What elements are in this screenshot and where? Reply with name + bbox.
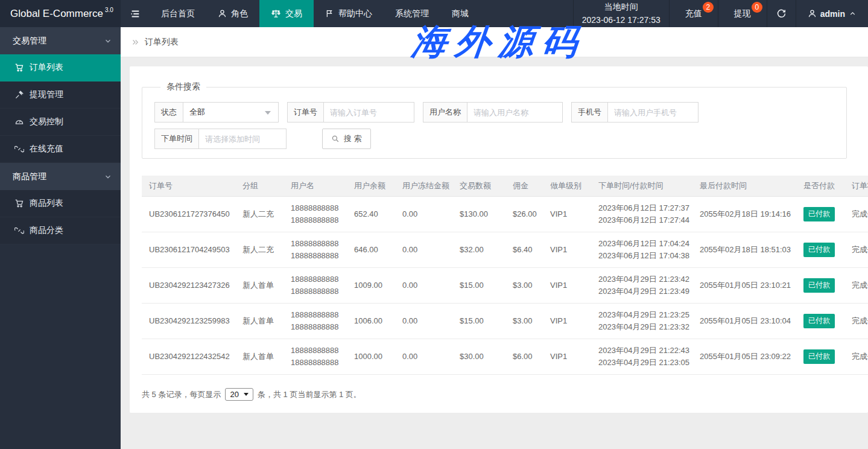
pay-time-line: 2023年04月29日 21:23:49 (598, 285, 685, 298)
cell-commission: $3.00 (505, 304, 543, 339)
order-time-line: 2023年04月29日 21:23:25 (598, 309, 685, 321)
nav-item-dashboard[interactable]: 后台首页 (150, 0, 206, 27)
sidebar-item-product-category[interactable]: 商品分类 (0, 217, 121, 244)
cell-frozen: 0.00 (395, 197, 452, 232)
withdraw-menu[interactable]: 提现 0 (718, 0, 767, 27)
phone-label: 手机号 (571, 102, 608, 123)
sidebar-item-withdraw-management[interactable]: 提现管理 (0, 81, 121, 109)
orders-table-wrap: 订单号 分组 用户名 用户余额 用户冻结金额 交易数额 佣金 做单级别 下单时间… (142, 176, 868, 375)
content: 条件搜索 状态 全部 订单号 用户名称 (121, 57, 868, 449)
nav-item-label: 商城 (452, 8, 469, 19)
topbar: Global E-Commerce3.0 后台首页 角色 交易 帮助中心 系统管… (0, 0, 868, 27)
pagination-prefix: 共 5 条记录，每页显示 (142, 389, 221, 400)
column-header-level: 做单级别 (543, 176, 591, 197)
sidebar: 交易管理 订单列表 提现管理 交易控制 在线充值 商品管理 (0, 27, 121, 449)
nav-item-roles[interactable]: 角色 (206, 0, 259, 27)
cell-last-pay-time: 2055年01月05日 23:10:21 (692, 268, 796, 304)
nav-item-label: 角色 (231, 8, 248, 19)
cell-last-pay-time: 2055年02月18日 19:14:16 (692, 197, 796, 232)
order-time-input[interactable] (199, 129, 287, 149)
nav-item-label: 后台首页 (161, 8, 195, 19)
cell-username: 18888888888 18888888888 (284, 197, 347, 232)
scales-icon (271, 8, 281, 19)
cell-username: 18888888888 18888888888 (284, 232, 347, 268)
sidebar-group-product-management[interactable]: 商品管理 (0, 163, 121, 190)
username-line2: 18888888888 (291, 285, 340, 298)
sidebar-item-label: 在线充值 (30, 144, 63, 154)
cart-icon (14, 199, 24, 208)
recharge-menu[interactable]: 充值 2 (669, 0, 718, 27)
column-header-commission: 佣金 (505, 176, 543, 197)
sidebar-item-label: 订单列表 (30, 62, 63, 73)
sidebar-group-label: 商品管理 (13, 171, 46, 182)
app-logo: Global E-Commerce3.0 (0, 0, 121, 27)
cell-trade-amount: $15.00 (452, 268, 505, 304)
phone-filter: 手机号 (571, 102, 699, 123)
table-row[interactable]: UB2304292123427326 新人首单 18888888888 1888… (142, 268, 868, 304)
table-header-row: 订单号 分组 用户名 用户余额 用户冻结金额 交易数额 佣金 做单级别 下单时间… (142, 176, 868, 197)
sidebar-item-label: 商品分类 (30, 225, 63, 236)
nav-item-trade[interactable]: 交易 (259, 0, 314, 27)
search-legend: 条件搜索 (160, 81, 206, 92)
cell-order-no: UB2304292123427326 (142, 268, 235, 304)
sidebar-group-trade-management[interactable]: 交易管理 (0, 27, 121, 54)
cell-paid: 已付款 (796, 268, 844, 304)
logo-text: Global E-Commerce (10, 8, 103, 20)
pay-time-line: 2023年04月29日 21:23:32 (598, 321, 685, 333)
cell-frozen: 0.00 (395, 304, 452, 339)
refresh-button[interactable] (767, 0, 796, 27)
order-time-line: 2023年04月29日 21:23:42 (598, 273, 685, 285)
nav-item-mall[interactable]: 商城 (440, 0, 480, 27)
nav-item-label: 系统管理 (395, 8, 429, 19)
cell-trade-amount: $30.00 (452, 339, 505, 375)
cell-frozen: 0.00 (395, 232, 452, 268)
cell-last-pay-time: 2055年02月18日 18:51:03 (692, 232, 796, 268)
cell-group: 新人二充 (235, 232, 284, 268)
double-chevron-right-icon (131, 38, 139, 46)
withdraw-label: 提现 (734, 8, 751, 19)
sidebar-item-label: 商品列表 (30, 198, 63, 209)
cell-order-no: UB2304292123259983 (142, 304, 235, 339)
column-header-paid: 是否付款 (796, 176, 844, 197)
nav-item-system[interactable]: 系统管理 (384, 0, 440, 27)
sidebar-item-trade-control[interactable]: 交易控制 (0, 109, 121, 136)
search-button[interactable]: 搜 索 (322, 129, 371, 149)
table-row[interactable]: UB2306121727376450 新人二充 18888888888 1888… (142, 197, 868, 232)
link-icon (14, 226, 24, 235)
sidebar-toggle-button[interactable] (121, 0, 150, 27)
chevron-down-icon (104, 173, 112, 181)
user-menu[interactable]: admin (796, 0, 868, 27)
cell-group: 新人首单 (235, 339, 284, 375)
cell-order-no: UB2304292122432542 (142, 339, 235, 375)
table-row[interactable]: UB2306121704249503 新人二充 18888888888 1888… (142, 232, 868, 268)
orders-table: 订单号 分组 用户名 用户余额 用户冻结金额 交易数额 佣金 做单级别 下单时间… (142, 176, 868, 375)
phone-input[interactable] (608, 102, 699, 123)
table-row[interactable]: UB2304292122432542 新人首单 18888888888 1888… (142, 339, 868, 375)
column-header-username: 用户名 (284, 176, 347, 197)
order-time-line: 2023年04月29日 21:22:43 (598, 345, 685, 357)
status-select[interactable]: 全部 (183, 102, 279, 123)
sidebar-group-label: 交易管理 (13, 36, 46, 46)
main-area: 订单列表 条件搜索 状态 全部 订单号 (121, 27, 868, 449)
chevron-down-icon (104, 37, 112, 45)
order-no-label: 订单号 (287, 102, 324, 123)
link-icon (14, 144, 24, 154)
flag-icon (325, 9, 334, 18)
sidebar-item-product-list[interactable]: 商品列表 (0, 190, 121, 217)
table-row[interactable]: UB2304292123259983 新人首单 18888888888 1888… (142, 304, 868, 339)
cell-balance: 652.40 (347, 197, 395, 232)
cell-group: 新人首单 (235, 268, 284, 304)
refresh-icon (776, 8, 787, 19)
sidebar-item-order-list[interactable]: 订单列表 (0, 54, 121, 81)
cell-last-pay-time: 2055年01月05日 23:10:04 (692, 304, 796, 339)
cell-level: VIP1 (543, 304, 591, 339)
page-size-value: 20 (230, 390, 238, 399)
nav-item-help-center[interactable]: 帮助中心 (314, 0, 384, 27)
status-select-value: 全部 (189, 107, 205, 118)
username-input[interactable] (467, 102, 563, 123)
order-no-input[interactable] (324, 102, 414, 123)
sidebar-item-online-recharge[interactable]: 在线充值 (0, 136, 121, 163)
page-size-select[interactable]: 20 (225, 388, 253, 401)
orders-tbody: UB2306121727376450 新人二充 18888888888 1888… (142, 197, 868, 375)
column-header-trade-amount: 交易数额 (452, 176, 505, 197)
